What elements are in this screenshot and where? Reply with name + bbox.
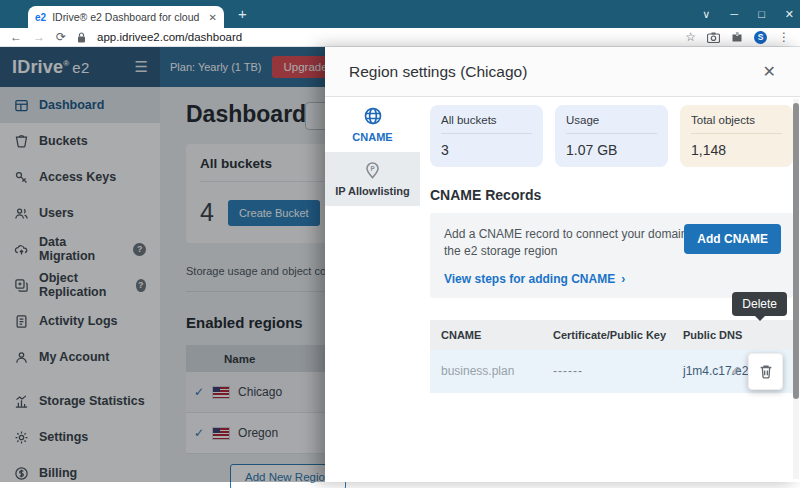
- globe-icon: [363, 106, 383, 126]
- panel-title: Region settings (Chicago): [349, 63, 527, 81]
- browser-menu-kebab-icon[interactable]: ⋮: [778, 31, 790, 43]
- site-favicon: e2: [35, 12, 46, 23]
- delete-tooltip: Delete: [732, 292, 787, 316]
- tab-ip-allowlisting[interactable]: P IP Allowlisting: [325, 152, 420, 206]
- tab-label: CNAME: [352, 131, 392, 143]
- url-field[interactable]: app.idrivee2.com/dashboard: [97, 31, 674, 43]
- modal-dim-overlay[interactable]: [0, 47, 325, 482]
- window-maximize-icon[interactable]: □: [758, 8, 765, 20]
- col-cname: CNAME: [441, 329, 553, 341]
- browser-tab[interactable]: e2 IDrive® e2 Dashboard for cloud ✕: [28, 6, 224, 28]
- cname-table-header: CNAME Certificate/Public Key Public DNS: [430, 320, 793, 350]
- stat-value: 1.07 GB: [566, 142, 657, 158]
- svg-text:P: P: [370, 165, 374, 172]
- panel-content: All buckets 3 Usage 1.07 GB Total object…: [420, 97, 800, 482]
- delete-button[interactable]: [748, 353, 783, 390]
- location-pin-icon: P: [363, 161, 382, 180]
- stat-label: All buckets: [441, 114, 532, 134]
- cname-table-row[interactable]: business.plan ------ j1m4.c17.e2-2.d ✎: [430, 350, 793, 393]
- panel-tab-rail: CNAME P IP Allowlisting: [325, 97, 420, 482]
- stat-value: 3: [441, 142, 532, 158]
- stat-card-usage: Usage 1.07 GB: [555, 105, 668, 167]
- view-steps-link[interactable]: View steps for adding CNAME ›: [444, 272, 779, 286]
- app-root: IDrive®e2 ☰ Dashboard Buckets Access Key…: [0, 47, 800, 482]
- profile-avatar[interactable]: S: [754, 31, 767, 44]
- cname-table: CNAME Certificate/Public Key Public DNS …: [430, 320, 793, 393]
- reload-icon[interactable]: ⟳: [56, 31, 66, 43]
- cname-info-box: Add a CNAME record to connect your domai…: [430, 213, 793, 298]
- tab-title: IDrive® e2 Dashboard for cloud: [52, 11, 202, 23]
- tab-label: IP Allowlisting: [335, 185, 410, 197]
- edit-pencil-icon[interactable]: ✎: [730, 364, 741, 379]
- bookmark-star-icon[interactable]: ☆: [685, 31, 696, 43]
- cell-certificate: ------: [553, 364, 683, 378]
- stat-label: Total objects: [691, 114, 782, 134]
- scrollbar-thumb[interactable]: [793, 103, 799, 399]
- add-cname-button[interactable]: Add CNAME: [684, 224, 781, 254]
- window-minimize-icon[interactable]: ─: [730, 8, 738, 20]
- stat-label: Usage: [566, 114, 657, 134]
- col-certificate: Certificate/Public Key: [553, 329, 683, 341]
- panel-scrollbar[interactable]: [793, 99, 799, 479]
- cell-cname: business.plan: [441, 364, 553, 378]
- chevron-right-icon: ›: [621, 272, 625, 286]
- browser-addressbar: ← → ⟳ app.idrivee2.com/dashboard ☆ S ⋮: [0, 28, 800, 47]
- screenshot-camera-icon[interactable]: [707, 32, 720, 43]
- region-settings-panel: Region settings (Chicago) ✕ CNAME P IP A…: [325, 47, 800, 482]
- link-label: View steps for adding CNAME: [444, 272, 615, 286]
- panel-close-icon[interactable]: ✕: [763, 62, 776, 81]
- tab-cname[interactable]: CNAME: [325, 97, 420, 152]
- back-icon[interactable]: ←: [10, 31, 22, 43]
- secure-lock-icon[interactable]: [77, 32, 86, 43]
- window-chevron-icon[interactable]: ∨: [702, 8, 710, 21]
- forward-icon[interactable]: →: [33, 31, 45, 43]
- cname-info-text: Add a CNAME record to connect your domai…: [444, 226, 706, 261]
- extensions-puzzle-icon[interactable]: [731, 31, 743, 43]
- stat-card-total-objects: Total objects 1,148: [680, 105, 793, 167]
- cname-records-heading: CNAME Records: [430, 187, 793, 203]
- browser-tabstrip: e2 IDrive® e2 Dashboard for cloud ✕ + ∨ …: [0, 0, 800, 28]
- region-stats-row: All buckets 3 Usage 1.07 GB Total object…: [430, 105, 793, 167]
- window-close-icon[interactable]: ✕: [785, 8, 794, 21]
- stat-value: 1,148: [691, 142, 782, 158]
- tab-close-icon[interactable]: ✕: [209, 12, 217, 23]
- panel-header: Region settings (Chicago) ✕: [325, 47, 800, 97]
- col-public-dns: Public DNS: [683, 329, 793, 341]
- trash-icon: [758, 363, 774, 380]
- new-tab-button[interactable]: +: [238, 5, 247, 23]
- stat-card-all-buckets: All buckets 3: [430, 105, 543, 167]
